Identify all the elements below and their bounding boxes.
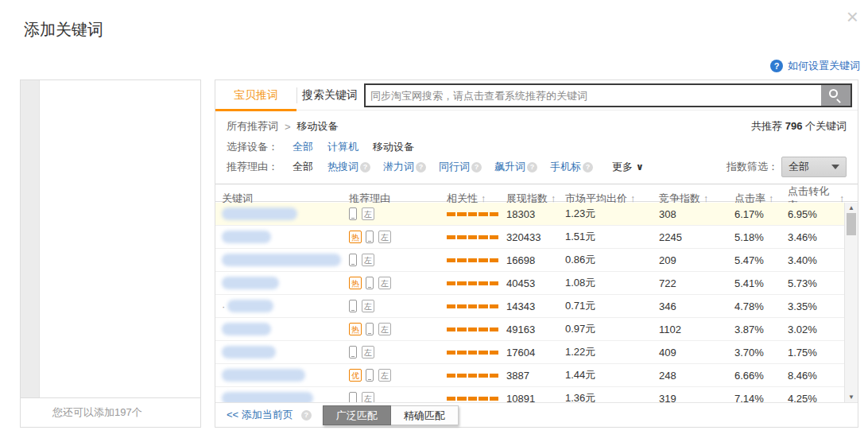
reason-option-label: 同行词 xyxy=(439,160,470,174)
mobile-phone-icon xyxy=(349,346,357,359)
index-filter-select[interactable]: 全部 xyxy=(781,157,847,177)
help-link-label: 如何设置关键词 xyxy=(788,59,860,73)
reason-cell: 左 xyxy=(343,254,440,266)
left-badge: 左 xyxy=(362,207,374,220)
scroll-up-icon[interactable]: ▲ xyxy=(845,204,858,211)
table-row[interactable]: ·左143430.71元3464.78%3.35% xyxy=(215,295,844,318)
page-title: 添加关键词 xyxy=(24,19,103,41)
reason-filter-row: 推荐理由： 全部热搜词?潜力词?同行词?飙升词?手机标? 更多 ∨ 指数筛选： … xyxy=(227,159,847,175)
left-panel-scrollbar[interactable] xyxy=(21,80,40,397)
blurred-keyword xyxy=(222,231,271,243)
relevance-bar xyxy=(457,351,466,355)
relevance-bar xyxy=(457,258,466,262)
table-row[interactable]: 热左491630.97元11023.87%3.02% xyxy=(215,318,844,341)
mobile-phone-icon xyxy=(349,300,357,312)
ctr-cell: 5.18% xyxy=(728,231,781,243)
device-option-全部[interactable]: 全部 xyxy=(293,141,313,153)
competition-cell: 248 xyxy=(653,370,728,382)
price-cell: 0.97元 xyxy=(559,322,653,336)
relevance-bar xyxy=(447,304,455,308)
reason-option-label: 全部 xyxy=(293,160,313,174)
ctr-cell: 6.66% xyxy=(728,370,781,382)
blurred-keyword xyxy=(227,300,273,312)
more-filters-link[interactable]: 更多 ∨ xyxy=(612,160,644,174)
left-badge: 左 xyxy=(378,277,391,289)
help-question-icon: ? xyxy=(770,60,783,72)
add-current-page-link[interactable]: << 添加当前页 xyxy=(227,408,293,422)
relevance-bar xyxy=(447,258,455,262)
relevance-cell xyxy=(440,281,500,285)
hot-badge: 热 xyxy=(349,231,362,243)
relevance-cell xyxy=(440,328,500,331)
device-option-移动设备[interactable]: 移动设备 xyxy=(373,141,414,153)
reason-option-手机标[interactable]: 手机标? xyxy=(550,160,593,174)
table-row[interactable]: 热左404531.08元7225.41%5.73% xyxy=(215,272,844,295)
footer-help-icon[interactable]: ? xyxy=(301,410,312,421)
relevance-bar xyxy=(490,351,498,355)
relevance-bar xyxy=(490,397,498,401)
reason-option-潜力词[interactable]: 潜力词? xyxy=(383,160,426,174)
broad-match-button[interactable]: 广泛匹配 xyxy=(323,405,391,425)
competition-cell: 1102 xyxy=(653,324,728,335)
search-input[interactable] xyxy=(366,85,821,106)
table-row[interactable]: 左183031.23元3086.17%6.95% xyxy=(215,203,844,226)
keywords-table: 关键词推荐理由相关性↑展现指数↑市场平均出价↑竞争指数↑点击率↑点击转化率↑ 左… xyxy=(215,184,858,402)
reason-help-icon[interactable]: ? xyxy=(471,162,482,172)
help-link[interactable]: ? 如何设置关键词 xyxy=(770,59,860,73)
relevance-bar xyxy=(468,374,477,378)
mobile-phone-icon xyxy=(366,323,374,335)
summary-suffix: 个关键词 xyxy=(805,120,847,132)
search-icon xyxy=(829,89,838,98)
impression-cell: 16698 xyxy=(500,254,559,266)
reason-cell: 左 xyxy=(343,346,440,359)
impression-cell: 40453 xyxy=(500,277,559,289)
table-row[interactable]: 优左38871.44元2486.66%8.46% xyxy=(215,364,844,387)
price-cell: 0.71元 xyxy=(559,299,653,313)
competition-cell: 409 xyxy=(653,347,728,359)
keyword-cell xyxy=(215,392,343,402)
opt-badge: 优 xyxy=(349,369,362,382)
ctr-cell: 7.14% xyxy=(728,393,781,403)
reason-cell: 左 xyxy=(343,392,440,402)
reason-help-icon[interactable]: ? xyxy=(583,162,593,172)
ctr-cell: 4.78% xyxy=(728,300,781,312)
breadcrumb-row: 所有推荐词 > 移动设备 共推荐 796 个关键词 xyxy=(227,118,847,134)
mobile-phone-icon xyxy=(366,277,374,289)
device-option-计算机[interactable]: 计算机 xyxy=(327,141,358,153)
reason-help-icon[interactable]: ? xyxy=(527,162,537,172)
reason-option-热搜词[interactable]: 热搜词? xyxy=(327,160,370,174)
keyword-cell xyxy=(215,369,343,382)
breadcrumb-root[interactable]: 所有推荐词 xyxy=(227,119,278,134)
reason-help-icon[interactable]: ? xyxy=(360,162,370,172)
scrollbar-thumb[interactable] xyxy=(847,213,856,235)
reason-option-飙升词[interactable]: 飙升词? xyxy=(494,160,537,174)
table-row[interactable]: 热左3204331.51元22455.18%3.46% xyxy=(215,226,844,249)
price-cell: 1.23元 xyxy=(559,207,653,221)
recommend-count-text: 共推荐 796 个关键词 xyxy=(751,119,847,134)
mobile-phone-icon xyxy=(366,369,374,382)
table-row[interactable]: 左176041.22元4093.70%1.75% xyxy=(215,341,844,364)
table-scrollbar[interactable]: ▲ ▼ xyxy=(844,203,858,402)
table-row[interactable]: 左166980.86元2095.47%3.40% xyxy=(215,249,844,272)
search-button[interactable] xyxy=(821,85,851,106)
blurred-keyword xyxy=(222,277,279,289)
reason-help-icon[interactable]: ? xyxy=(416,162,426,172)
tab-item-recommend[interactable]: 宝贝推词 xyxy=(215,80,296,110)
close-icon[interactable]: × xyxy=(847,6,858,27)
table-row[interactable]: 左108911.36元3197.14%4.25% xyxy=(215,387,844,402)
relevance-bar xyxy=(468,281,477,285)
remaining-quota-text: 您还可以添加197个 xyxy=(21,397,200,427)
relevance-bar xyxy=(457,374,466,378)
exact-match-button[interactable]: 精确匹配 xyxy=(391,405,459,425)
relevance-bar xyxy=(479,374,487,378)
scroll-down-icon[interactable]: ▼ xyxy=(845,393,858,401)
impression-cell: 49163 xyxy=(500,324,559,335)
relevance-bar xyxy=(457,235,466,239)
keyword-dot: · xyxy=(222,300,225,312)
reason-option-全部[interactable]: 全部 xyxy=(293,160,315,174)
competition-cell: 346 xyxy=(653,300,728,312)
reason-option-同行词[interactable]: 同行词? xyxy=(439,160,482,174)
mobile-phone-icon xyxy=(349,254,357,266)
tab-search-keywords[interactable]: 搜索关键词 xyxy=(297,80,362,110)
reason-cell: 热左 xyxy=(343,231,440,243)
